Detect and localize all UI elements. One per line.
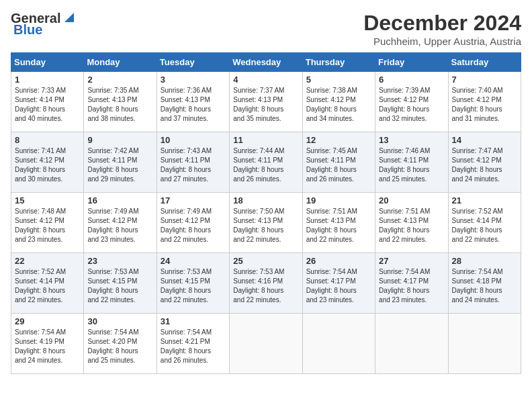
daylight-label: Daylight: 8 hours (87, 105, 138, 113)
sunrise-label: Sunrise: 7:38 AM (306, 87, 357, 94)
daylight-label: Daylight: 8 hours (379, 166, 429, 173)
daylight-label: Daylight: 8 hours (15, 166, 65, 173)
week-row-3: 15 Sunrise: 7:48 AM Sunset: 4:12 PM Dayl… (11, 193, 521, 253)
day-cell: 23 Sunrise: 7:53 AM Sunset: 4:15 PM Dayl… (84, 253, 157, 314)
day-info: Sunrise: 7:44 AM Sunset: 4:11 PM Dayligh… (233, 146, 298, 184)
daylight-minutes: and 22 minutes. (379, 236, 427, 243)
day-cell: 16 Sunrise: 7:49 AM Sunset: 4:12 PM Dayl… (84, 193, 157, 253)
day-info: Sunrise: 7:53 AM Sunset: 4:15 PM Dayligh… (87, 267, 152, 305)
sunrise-label: Sunrise: 7:44 AM (233, 147, 284, 154)
sunset-label: Sunset: 4:12 PM (306, 96, 356, 103)
sunrise-label: Sunrise: 7:54 AM (379, 268, 430, 275)
daylight-minutes: and 22 minutes. (15, 296, 62, 304)
daylight-label: Daylight: 8 hours (161, 166, 211, 173)
daylight-minutes: and 32 minutes. (379, 115, 427, 122)
day-cell (375, 314, 448, 374)
daylight-minutes: and 22 minutes. (161, 236, 208, 243)
day-number: 28 (452, 256, 517, 266)
day-cell: 31 Sunrise: 7:54 AM Sunset: 4:21 PM Dayl… (157, 314, 229, 374)
location-title: Puchheim, Upper Austria, Austria (363, 36, 521, 47)
daylight-label: Daylight: 8 hours (306, 166, 357, 173)
sunrise-label: Sunrise: 7:39 AM (379, 87, 430, 94)
daylight-label: Daylight: 8 hours (161, 226, 211, 234)
day-cell: 10 Sunrise: 7:43 AM Sunset: 4:11 PM Dayl… (157, 132, 229, 193)
day-cell: 21 Sunrise: 7:52 AM Sunset: 4:14 PM Dayl… (448, 193, 521, 253)
sunset-label: Sunset: 4:12 PM (379, 96, 429, 103)
daylight-minutes: and 24 minutes. (15, 357, 62, 364)
sunrise-label: Sunrise: 7:54 AM (161, 328, 212, 336)
sunset-label: Sunset: 4:11 PM (87, 156, 137, 164)
day-number: 11 (233, 135, 298, 145)
sunset-label: Sunset: 4:17 PM (379, 277, 429, 285)
day-cell: 5 Sunrise: 7:38 AM Sunset: 4:12 PM Dayli… (302, 72, 375, 132)
sunset-label: Sunset: 4:21 PM (161, 338, 210, 345)
sunset-label: Sunset: 4:19 PM (15, 338, 64, 345)
daylight-minutes: and 22 minutes. (161, 296, 208, 304)
sunrise-label: Sunrise: 7:51 AM (306, 208, 357, 215)
day-number: 22 (15, 256, 80, 266)
daylight-minutes: and 23 minutes. (379, 296, 427, 304)
sunset-label: Sunset: 4:14 PM (452, 217, 502, 224)
sunrise-label: Sunrise: 7:41 AM (15, 147, 66, 154)
daylight-label: Daylight: 8 hours (452, 105, 502, 113)
sunrise-label: Sunrise: 7:50 AM (233, 208, 284, 215)
sunrise-label: Sunrise: 7:46 AM (379, 147, 430, 154)
sunrise-label: Sunrise: 7:49 AM (161, 208, 212, 215)
sunset-label: Sunset: 4:17 PM (306, 277, 356, 285)
sunset-label: Sunset: 4:11 PM (379, 156, 429, 164)
day-info: Sunrise: 7:47 AM Sunset: 4:12 PM Dayligh… (452, 146, 517, 184)
day-info: Sunrise: 7:37 AM Sunset: 4:13 PM Dayligh… (233, 86, 298, 124)
day-number: 14 (452, 135, 517, 145)
sunset-label: Sunset: 4:20 PM (87, 338, 137, 345)
month-title: December 2024 (363, 11, 521, 36)
daylight-label: Daylight: 8 hours (233, 105, 283, 113)
day-number: 3 (161, 75, 226, 85)
day-info: Sunrise: 7:36 AM Sunset: 4:13 PM Dayligh… (161, 86, 226, 124)
weekday-header-thursday: Thursday (302, 53, 375, 72)
day-info: Sunrise: 7:38 AM Sunset: 4:12 PM Dayligh… (306, 86, 371, 124)
daylight-minutes: and 31 minutes. (452, 115, 500, 122)
day-cell: 22 Sunrise: 7:52 AM Sunset: 4:14 PM Dayl… (11, 253, 84, 314)
svg-marker-0 (64, 13, 74, 22)
day-info: Sunrise: 7:51 AM Sunset: 4:13 PM Dayligh… (379, 207, 444, 244)
daylight-minutes: and 35 minutes. (233, 115, 281, 122)
day-number: 29 (15, 316, 80, 326)
day-info: Sunrise: 7:42 AM Sunset: 4:11 PM Dayligh… (87, 146, 152, 184)
weekday-header-row: SundayMondayTuesdayWednesdayThursdayFrid… (11, 53, 521, 72)
day-cell (448, 314, 521, 374)
sunrise-label: Sunrise: 7:53 AM (87, 268, 138, 275)
day-cell: 25 Sunrise: 7:53 AM Sunset: 4:16 PM Dayl… (230, 253, 302, 314)
daylight-minutes: and 25 minutes. (379, 175, 427, 183)
day-info: Sunrise: 7:53 AM Sunset: 4:15 PM Dayligh… (161, 267, 226, 305)
day-number: 17 (161, 195, 226, 205)
day-cell: 2 Sunrise: 7:35 AM Sunset: 4:13 PM Dayli… (84, 72, 157, 132)
sunset-label: Sunset: 4:15 PM (161, 277, 210, 285)
day-info: Sunrise: 7:41 AM Sunset: 4:12 PM Dayligh… (15, 146, 80, 184)
daylight-minutes: and 27 minutes. (161, 175, 208, 183)
day-info: Sunrise: 7:54 AM Sunset: 4:17 PM Dayligh… (306, 267, 371, 305)
sunset-label: Sunset: 4:15 PM (87, 277, 137, 285)
daylight-label: Daylight: 8 hours (306, 287, 357, 294)
sunset-label: Sunset: 4:13 PM (161, 96, 210, 103)
daylight-label: Daylight: 8 hours (15, 287, 65, 294)
daylight-label: Daylight: 8 hours (233, 226, 283, 234)
day-number: 9 (87, 135, 152, 145)
day-cell: 26 Sunrise: 7:54 AM Sunset: 4:17 PM Dayl… (302, 253, 375, 314)
logo: General Blue (11, 11, 77, 38)
daylight-minutes: and 40 minutes. (15, 115, 62, 122)
sunrise-label: Sunrise: 7:51 AM (379, 208, 430, 215)
week-row-1: 1 Sunrise: 7:33 AM Sunset: 4:14 PM Dayli… (11, 72, 521, 132)
day-number: 12 (306, 135, 371, 145)
day-number: 27 (379, 256, 444, 266)
daylight-label: Daylight: 8 hours (87, 166, 138, 173)
daylight-minutes: and 34 minutes. (306, 115, 354, 122)
daylight-minutes: and 23 minutes. (306, 296, 354, 304)
sunset-label: Sunset: 4:12 PM (161, 217, 210, 224)
day-number: 18 (233, 195, 298, 205)
day-cell: 9 Sunrise: 7:42 AM Sunset: 4:11 PM Dayli… (84, 132, 157, 193)
daylight-minutes: and 22 minutes. (87, 296, 135, 304)
day-cell: 8 Sunrise: 7:41 AM Sunset: 4:12 PM Dayli… (11, 132, 84, 193)
sunrise-label: Sunrise: 7:40 AM (452, 87, 503, 94)
daylight-label: Daylight: 8 hours (379, 287, 429, 294)
sunset-label: Sunset: 4:12 PM (452, 156, 502, 164)
